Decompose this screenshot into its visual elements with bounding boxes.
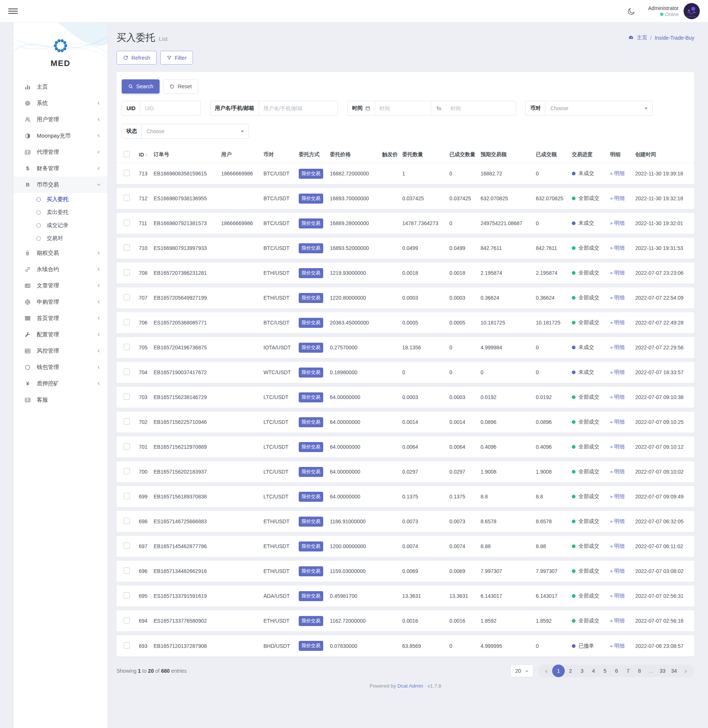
- sidebar-item[interactable]: 主页: [13, 79, 107, 95]
- row-checkbox[interactable]: [123, 493, 130, 499]
- row-checkbox[interactable]: [123, 443, 130, 450]
- prev-page-button[interactable]: ‹: [541, 664, 552, 677]
- page-number-button[interactable]: 8: [634, 664, 645, 677]
- row-checkbox[interactable]: [123, 245, 130, 251]
- row-checkbox[interactable]: [123, 518, 130, 524]
- sidebar-item[interactable]: 文章管理: [13, 277, 107, 294]
- logo[interactable]: MED: [13, 22, 107, 68]
- sidebar-item[interactable]: 客服: [13, 392, 107, 408]
- sidebar-item[interactable]: B 币币交易: [13, 177, 107, 193]
- status-select[interactable]: Choose: [142, 124, 249, 138]
- sidebar-item[interactable]: 用户管理: [13, 111, 107, 127]
- avatar[interactable]: STAKING: [683, 3, 700, 19]
- per-page-select[interactable]: 20: [511, 664, 533, 677]
- sidebar-subitem[interactable]: 买入委托: [13, 193, 107, 206]
- sidebar-item[interactable]: B 期权交易: [13, 245, 107, 261]
- cell-filled-total: 8.8: [536, 494, 572, 499]
- page-number-button[interactable]: 34: [668, 664, 680, 677]
- sidebar-item[interactable]: 系统: [13, 95, 107, 111]
- username-input[interactable]: [259, 101, 338, 115]
- next-page-button[interactable]: ›: [680, 664, 691, 677]
- row-checkbox[interactable]: [123, 468, 130, 474]
- menu-icon[interactable]: [8, 6, 18, 17]
- page-number-button[interactable]: 33: [657, 664, 668, 677]
- detail-link[interactable]: » 明细: [610, 419, 624, 425]
- sidebar-item[interactable]: 申购管理: [13, 294, 107, 310]
- page-ellipsis: ...: [645, 664, 657, 677]
- detail-link[interactable]: » 明细: [610, 493, 624, 499]
- user-menu[interactable]: Administrator Online: [648, 5, 679, 17]
- filter-button[interactable]: Filter: [160, 51, 193, 65]
- page-number-button[interactable]: 6: [611, 664, 622, 677]
- page-number-button[interactable]: 3: [576, 664, 588, 677]
- table-card: Search Reset UID 用户名/手机/邮箱 时间: [116, 72, 694, 656]
- sidebar-item[interactable]: Moonpay充币: [13, 127, 107, 144]
- row-checkbox[interactable]: [123, 170, 130, 176]
- row-checkbox[interactable]: [123, 567, 130, 574]
- detail-link[interactable]: » 明细: [610, 220, 624, 226]
- select-all-checkbox[interactable]: [123, 151, 130, 157]
- detail-link[interactable]: » 明细: [610, 245, 624, 251]
- sidebar-subitem[interactable]: 交易对: [13, 232, 107, 245]
- row-checkbox[interactable]: [123, 394, 130, 400]
- row-checkbox[interactable]: [123, 369, 130, 375]
- detail-link[interactable]: » 明细: [610, 170, 624, 176]
- row-checkbox[interactable]: [123, 269, 130, 275]
- detail-link[interactable]: » 明细: [610, 344, 624, 350]
- page-number-button[interactable]: 4: [588, 664, 599, 677]
- time-end-input[interactable]: [446, 101, 516, 115]
- row-checkbox[interactable]: [123, 592, 130, 599]
- detail-link[interactable]: » 明细: [610, 518, 624, 524]
- page-number-button[interactable]: 7: [622, 664, 634, 677]
- detail-link[interactable]: » 明细: [610, 618, 624, 624]
- page-number-button[interactable]: 5: [599, 664, 611, 677]
- detail-link[interactable]: » 明细: [610, 468, 624, 474]
- chevron-down-icon: [96, 182, 101, 187]
- row-checkbox[interactable]: [123, 617, 130, 624]
- pair-label: 币对: [526, 101, 546, 115]
- time-start-input[interactable]: [375, 101, 431, 115]
- detail-link[interactable]: » 明细: [610, 444, 624, 450]
- detail-link[interactable]: » 明细: [610, 568, 624, 574]
- sidebar-item[interactable]: ¥ 质押挖矿: [13, 375, 107, 392]
- chevron-left-icon: [96, 267, 101, 272]
- breadcrumb-home[interactable]: 主页: [637, 35, 647, 41]
- sidebar-item[interactable]: 首页管理: [13, 310, 107, 326]
- breadcrumb-current[interactable]: Inside-Trade-Buy: [654, 35, 694, 41]
- detail-link[interactable]: » 明细: [610, 319, 624, 325]
- sidebar-item[interactable]: 钱包管理: [13, 359, 107, 375]
- detail-link[interactable]: » 明细: [610, 294, 624, 300]
- sidebar-item[interactable]: $ 财务管理: [13, 160, 107, 177]
- sidebar-subitem[interactable]: 成交记录: [13, 219, 107, 232]
- page-number-button[interactable]: 1: [552, 664, 565, 677]
- pair-select[interactable]: Choose: [546, 101, 652, 115]
- reset-button[interactable]: Reset: [163, 80, 198, 93]
- row-checkbox[interactable]: [123, 642, 130, 648]
- detail-link[interactable]: » 明细: [610, 270, 624, 275]
- dcat-admin-link[interactable]: Dcat Admin: [398, 683, 423, 689]
- row-checkbox[interactable]: [123, 344, 130, 350]
- detail-link[interactable]: » 明细: [610, 195, 624, 201]
- sidebar-subitem[interactable]: 卖出委托: [13, 206, 107, 219]
- row-checkbox[interactable]: [123, 418, 130, 425]
- row-checkbox[interactable]: [123, 543, 130, 549]
- row-checkbox[interactable]: [123, 319, 130, 325]
- sort-asc-icon[interactable]: ↑: [145, 152, 148, 158]
- detail-link[interactable]: » 明细: [610, 394, 624, 400]
- search-button[interactable]: Search: [122, 80, 160, 93]
- detail-link[interactable]: » 明细: [610, 543, 624, 549]
- detail-link[interactable]: » 明细: [610, 593, 624, 599]
- page-number-button[interactable]: 2: [565, 664, 576, 677]
- row-checkbox[interactable]: [123, 220, 130, 226]
- sidebar-item[interactable]: 配置管理: [13, 326, 107, 343]
- sidebar-item[interactable]: 代理管理: [13, 144, 107, 160]
- sidebar-item[interactable]: 永续合约: [13, 261, 107, 277]
- detail-link[interactable]: » 明细: [610, 369, 624, 375]
- dark-mode-toggle-icon[interactable]: [627, 7, 635, 16]
- row-checkbox[interactable]: [123, 294, 130, 300]
- refresh-button[interactable]: Refresh: [116, 51, 157, 65]
- sidebar-item[interactable]: 风控管理: [13, 343, 107, 359]
- detail-link[interactable]: » 明细: [610, 643, 624, 648]
- uid-input[interactable]: [140, 101, 200, 115]
- row-checkbox[interactable]: [123, 195, 130, 201]
